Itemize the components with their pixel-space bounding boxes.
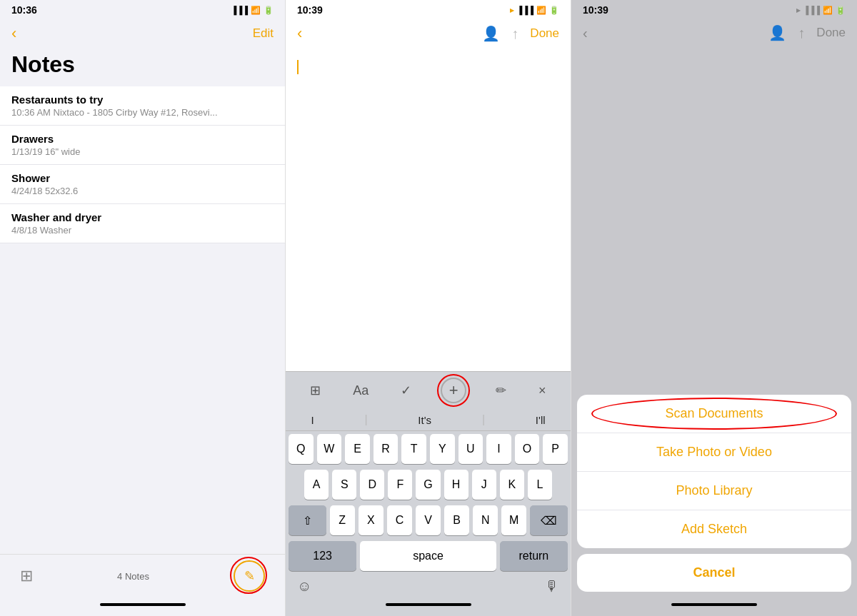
note-meta: 4/8/18 Washer: [11, 225, 274, 236]
back-button-2[interactable]: ‹: [297, 24, 302, 43]
key-c[interactable]: C: [387, 505, 412, 535]
status-bar-1: 10:36 ▐▐▐ 📶 🔋: [0, 0, 285, 20]
key-q[interactable]: Q: [289, 434, 314, 464]
user-share-icon[interactable]: 👤: [482, 25, 500, 42]
compose-button[interactable]: ✎: [234, 560, 265, 592]
key-z[interactable]: Z: [330, 505, 355, 535]
note-item-shower[interactable]: Shower 4/24/18 52x32.6: [0, 165, 285, 204]
plus-icon: +: [449, 381, 458, 400]
photo-library-button[interactable]: Photo Library: [577, 472, 851, 510]
key-b[interactable]: B: [444, 505, 469, 535]
note-meta: 10:36 AM Nixtaco - 1805 Cirby Way #12, R…: [11, 107, 274, 118]
key-p[interactable]: P: [543, 434, 568, 464]
action-sheet-container: Scan Documents Take Photo or Video Photo…: [571, 389, 857, 603]
signal-icon-2: ▐▐▐: [517, 6, 533, 14]
grid-view-icon[interactable]: ⊞: [20, 567, 33, 585]
key-t[interactable]: T: [401, 434, 426, 464]
status-icons-2: ▸ ▐▐▐ 📶 🔋: [510, 6, 559, 15]
time-1: 10:36: [11, 4, 37, 16]
status-icons-1: ▐▐▐ 📶 🔋: [231, 6, 274, 15]
take-photo-video-button[interactable]: Take Photo or Video: [577, 433, 851, 472]
location-icon: ▸: [510, 6, 514, 15]
user-icon-3[interactable]: 👤: [768, 24, 786, 41]
time-2: 10:39: [297, 4, 323, 16]
key-f[interactable]: F: [388, 470, 412, 500]
key-a[interactable]: A: [304, 470, 329, 500]
note-title: Washer and dryer: [11, 211, 274, 223]
note-title: Restaraunts to try: [11, 94, 274, 106]
editor-nav: ‹ 👤 ↑ Done: [286, 20, 571, 49]
insert-plus-button[interactable]: +: [441, 378, 466, 403]
key-n[interactable]: N: [473, 505, 498, 535]
nav-bar-1: ‹ Edit: [0, 20, 285, 49]
edit-button[interactable]: Edit: [253, 26, 274, 41]
notes-list: Restaraunts to try 10:36 AM Nixtaco - 18…: [0, 86, 285, 554]
done-button-2[interactable]: Done: [530, 26, 559, 41]
key-backspace[interactable]: ⌫: [530, 505, 568, 535]
suggestion-its[interactable]: It's: [418, 414, 431, 426]
wifi-icon: 📶: [251, 6, 261, 15]
signal-icon-3: ▐▐▐: [803, 6, 820, 14]
note-title: Shower: [11, 172, 274, 184]
text-style-icon[interactable]: Aa: [350, 380, 371, 401]
action-nav: ‹ 👤 ↑ Done: [571, 20, 857, 47]
note-item-restaurants[interactable]: Restaraunts to try 10:36 AM Nixtaco - 18…: [0, 86, 285, 126]
key-k[interactable]: K: [500, 470, 524, 500]
key-y[interactable]: Y: [430, 434, 455, 464]
key-return[interactable]: return: [500, 541, 568, 571]
key-shift[interactable]: ⇧: [289, 505, 326, 535]
table-icon[interactable]: ⊞: [307, 380, 324, 401]
note-editor-panel: 10:39 ▸ ▐▐▐ 📶 🔋 ‹ 👤 ↑ Done ⊞ Aa ✓ + ✏ × …: [286, 0, 571, 616]
draw-icon[interactable]: ✏: [493, 380, 509, 401]
key-i[interactable]: I: [486, 434, 511, 464]
key-j[interactable]: J: [472, 470, 496, 500]
done-button-3[interactable]: Done: [816, 26, 846, 40]
key-d[interactable]: D: [360, 470, 384, 500]
home-indicator-2: [386, 603, 471, 606]
suggestion-i[interactable]: I: [311, 414, 314, 426]
back-button-3[interactable]: ‹: [583, 25, 588, 41]
suggestion-ill[interactable]: I'll: [536, 414, 546, 426]
battery-icon-2: 🔋: [549, 6, 559, 15]
key-v[interactable]: V: [416, 505, 441, 535]
add-sketch-button[interactable]: Add Sketch: [577, 510, 851, 548]
editor-content[interactable]: [286, 49, 571, 371]
key-123[interactable]: 123: [289, 541, 356, 571]
share-icon-3[interactable]: ↑: [798, 25, 805, 41]
close-keyboard-icon[interactable]: ×: [536, 380, 549, 401]
cancel-button[interactable]: Cancel: [577, 554, 851, 592]
key-w[interactable]: W: [317, 434, 342, 464]
status-bar-2: 10:39 ▸ ▐▐▐ 📶 🔋: [286, 0, 571, 20]
key-row-1: Q W E R T Y U I O P: [286, 431, 571, 467]
key-u[interactable]: U: [458, 434, 483, 464]
share-icon[interactable]: ↑: [511, 26, 518, 42]
scan-documents-button[interactable]: Scan Documents: [577, 395, 851, 433]
key-s[interactable]: S: [332, 470, 356, 500]
emoji-icon[interactable]: ☺: [297, 578, 311, 595]
wifi-icon-2: 📶: [536, 6, 546, 15]
note-item-washer[interactable]: Washer and dryer 4/8/18 Washer: [0, 204, 285, 243]
text-cursor: [297, 60, 299, 74]
key-g[interactable]: G: [416, 470, 440, 500]
back-button-1[interactable]: ‹: [11, 24, 16, 43]
note-item-drawers[interactable]: Drawers 1/13/19 16" wide: [0, 126, 285, 165]
key-x[interactable]: X: [359, 505, 384, 535]
key-row-3: ⇧ Z X C V B N M ⌫: [286, 503, 571, 538]
key-o[interactable]: O: [515, 434, 540, 464]
key-space[interactable]: space: [360, 541, 496, 571]
key-row-4: 123 space return: [286, 538, 571, 574]
keyboard: Q W E R T Y U I O P A S D F G H J K L ⇧ …: [286, 431, 571, 574]
key-e[interactable]: E: [345, 434, 370, 464]
wifi-icon-3: 📶: [823, 6, 833, 15]
bottom-bar-1: ⊞ 4 Notes ✎: [0, 554, 285, 603]
key-r[interactable]: R: [374, 434, 399, 464]
autocomplete-suggestions: I | It's | I'll: [286, 409, 571, 431]
key-h[interactable]: H: [444, 470, 468, 500]
key-m[interactable]: M: [501, 505, 526, 535]
microphone-icon[interactable]: 🎙: [545, 578, 559, 595]
battery-icon: 🔋: [264, 6, 274, 15]
key-l[interactable]: L: [528, 470, 552, 500]
note-meta: 1/13/19 16" wide: [11, 146, 274, 157]
checklist-icon[interactable]: ✓: [398, 380, 414, 401]
divider-1: |: [364, 413, 367, 426]
